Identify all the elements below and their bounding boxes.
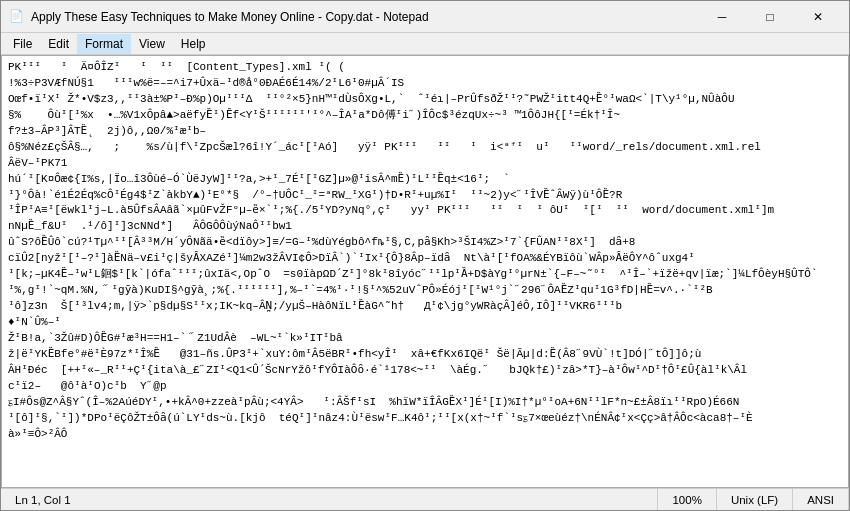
zoom-level: 100% [672,494,701,506]
menu-file[interactable]: File [5,34,40,54]
statusbar-position-section: Ln 1, Col 1 [1,489,658,510]
editor-content[interactable]: PKᴵᴵᴵ ᴵ Ä¤ÔÎZᴵ ᴵ ᴵᴵ [Content_Types].xml … [2,56,848,487]
app-icon: 📄 [9,9,25,25]
line-ending: Unix (LF) [731,494,778,506]
menu-view[interactable]: View [131,34,173,54]
titlebar: 📄 Apply These Easy Techniques to Make Mo… [1,1,849,33]
editor-container: PKᴵᴵᴵ ᴵ Ä¤ÔÎZᴵ ᴵ ᴵᴵ [Content_Types].xml … [1,55,849,488]
statusbar-zoom-section: 100% [658,489,716,510]
statusbar: Ln 1, Col 1 100% Unix (LF) ANSI [1,488,849,510]
notepad-window: 📄 Apply These Easy Techniques to Make Mo… [0,0,850,511]
window-controls: ─ □ ✕ [699,3,841,31]
statusbar-lineending-section: Unix (LF) [717,489,793,510]
cursor-position: Ln 1, Col 1 [15,494,71,506]
menu-help[interactable]: Help [173,34,214,54]
statusbar-encoding-section: ANSI [793,489,849,510]
menu-format[interactable]: Format [77,34,131,54]
close-button[interactable]: ✕ [795,3,841,31]
menubar: File Edit Format View Help [1,33,849,55]
minimize-button[interactable]: ─ [699,3,745,31]
menu-edit[interactable]: Edit [40,34,77,54]
maximize-button[interactable]: □ [747,3,793,31]
encoding: ANSI [807,494,834,506]
window-title: Apply These Easy Techniques to Make Mone… [31,10,699,24]
